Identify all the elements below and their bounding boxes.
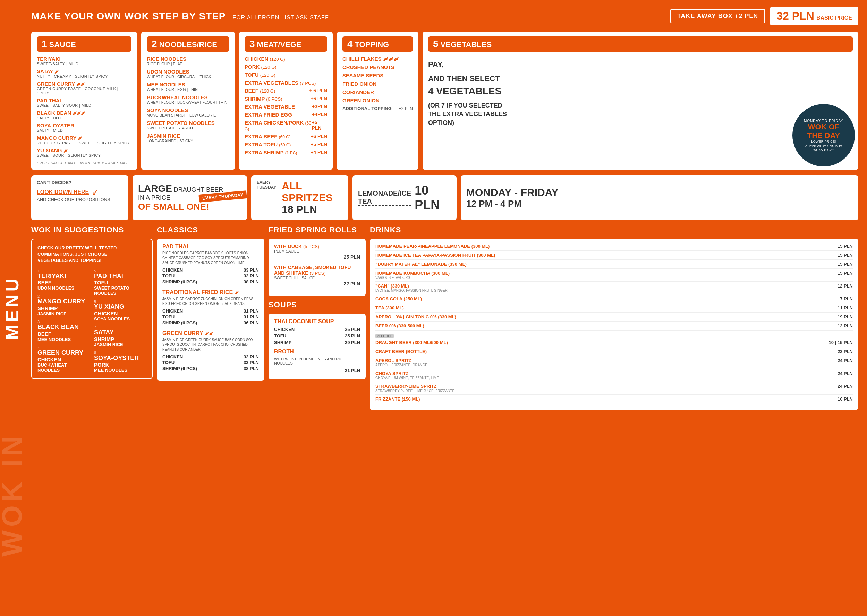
lunch-time: 12 PM - 4 PM [466,198,853,209]
step3-header: 3 MEAT/VEGE [245,36,327,52]
noodle-jasmin: JASMIN RICE LONG-GRAINED | STICKY [147,133,229,143]
broth-title: BROTH [274,349,360,355]
meat-tofu: TOFU (120 G) [245,72,327,78]
thai-coconut-title: THAI COCONUT SOUP [274,318,360,325]
step2-card: 2 NOODLES/RICE RICE NOODLES RICE FLOUR |… [141,31,235,170]
classics-section: CLASSICS PAD THAI RICE NOODLES CARROT BA… [157,225,264,410]
propositions-text: AND CHECK OUR PROPOSITIONS [37,197,123,202]
drinks-card: HOMEMADE PEAR-PINEAPPLE LEMONADE (300 ML… [370,239,858,410]
topping-coriander: CORIANDER [342,89,413,95]
springroll-duck: WITH DUCK (5 PCS) PLUM SAUCE 25 PLN [274,244,360,260]
suggestions-section: WOK IN SUGGESTIONS CHECK OUR PRETTY WELL… [31,225,153,410]
drink-tea: TEA (300 ML) 11 PLN [375,305,853,313]
meat-extra-veg: EXTRA VEGETABLES (7 PCS) [245,80,327,86]
step5-line4: THE EXTRA VEGETABLES [428,110,853,119]
meat-extra-vegetable: EXTRA VEGETABLE +3PLN [245,104,327,110]
suggestions-card: CHECK OUR PRETTY WELL TESTEDCOMBINATIONS… [31,239,153,379]
alcohol-badge: ALCOHOL [375,334,394,338]
promo-row: CAN'T DECIDE? LOOK DOWN HERE ↙ AND CHECK… [31,175,858,220]
classic-padthai-tofu: TOFU 33 PLN [162,273,259,278]
wokin-label: WOK IN [0,432,28,557]
spritzes-price: 18 PLN [282,204,333,215]
soup-shrimp: SHRIMP 29 PLN [274,340,360,345]
header-subtitle: FOR ALLERGEN LIST ASK STAFF [233,14,329,21]
topping-additional: ADDITIONAL TOPPING +2 PLN [342,106,413,111]
meat-chicken: CHICKEN (120 G) [245,56,327,62]
step5-highlight: 4 VEGETABLES [428,84,853,98]
arrow-down-icon: ↙ [91,187,99,197]
soups-section: SOUPS THAI COCONUT SOUP CHICKEN 25 PLN T… [269,300,366,379]
drink-aperol-spritz: APEROL SPRITZ APEROL, FRIZZANTE, ORANGE … [375,358,853,369]
suggestion-3: 3 BLACK BEAN BEEF MEE NOODLES [38,320,90,342]
noodle-mee: MEE NOODLES WHEAT FLOUR | EGG | THIN [147,82,229,91]
noodle-rice: RICE NOODLES RICE FLOUR | FLAT [147,56,229,66]
bottom-row: WOK IN SUGGESTIONS CHECK OUR PRETTY WELL… [31,225,858,410]
classic-curry-shrimp: SHRIMP (6 PCS) 38 PLN [162,366,259,371]
step4-name: TOPPING [355,40,389,49]
lemonade-price: 10 PLN [415,183,451,212]
meat-extra-beef: EXTRA BEEF (60 G) +6 PLN [245,134,327,140]
step3-num: 3 [249,39,255,50]
noodle-buckwheat: BUCKWHEAT NOODLES WHEAT FLOUR | BUCKWHEA… [147,94,229,104]
topping-peanuts: CRUSHED PEANUTS [342,64,413,70]
meat-extra-shrimp: EXTRA SHRIMP (1 PC) +4 PLN [245,149,327,156]
drink-can: "CAN" (330 ML) LYCHEE, MANGO, PASSION FR… [375,283,853,294]
broth-price-row: 21 PLN [274,368,360,373]
step3-name: MEAT/VEGE [257,40,302,49]
sauce-pad-thai: PAD THAI SWEET-SALTY-SOUR | MILD [37,97,132,107]
beer-type: DRAUGHT BEER [173,186,223,193]
sauce-note: EVERY SAUCE CAN BE MORE SPICY – ASK STAF… [37,161,132,165]
classic-fried-rice: TRADITIONAL FRIED RICE 🌶 JASMIN RICE CAR… [162,289,259,325]
header-left: MAKE YOUR OWN WOK STEP BY STEP FOR ALLER… [31,11,329,22]
springroll-cabbage: WITH CABBAGE, SMOKED TOFUAND SHIITAKE (3… [274,265,360,286]
suggestion-7: 7 SATAY SHRIMP JASMIN RICE [94,325,146,347]
classics-card: PAD THAI RICE NOODLES CARROT BAMBOO SHOO… [157,239,264,381]
sauce-mango-curry: MANGO CURRY 🌶 RED CURRY PASTE | SWEET | … [37,135,132,145]
suggestions-grid: 1 TERIYAKI BEEF UDON NOODLES 2 MANGO CUR… [38,269,146,373]
drink-strawberry-spritz: STRAWBERRY-LIME SPRITZ STRAWBERRY PUREE,… [375,383,853,395]
tuesday-label: TUESDAY [257,185,276,190]
noodle-udon: UDON NOODLES WHEAT FLOUR | CIRCURAL | TH… [147,69,229,79]
step1-num: 1 [42,39,47,50]
lemonade-name: LEMONADE/ICE TEA [358,189,411,206]
meat-extra-chicken-pork: EXTRA CHICKEN/PORK (60 G) +5 PLN [245,119,327,132]
header: MAKE YOUR OWN WOK STEP BY STEP FOR ALLER… [31,7,858,25]
drink-frizzante: FRIZZANTE (150 ML) 16 PLN [375,396,853,403]
step1-card: 1 SAUCE TERIYAKI SWEET-SALTY | MILD SATA… [31,31,137,170]
drink-pear-lemonade: HOMEMADE PEAR-PINEAPPLE LEMONADE (300 ML… [375,244,853,251]
cant-decide-title: CAN'T DECIDE? [37,180,123,185]
step5-line1: PAY, [428,59,853,70]
wok-badge-title: WOK OFTHE DAY [807,123,840,140]
step5-header: 5 VEGETABLES [428,36,853,52]
classics-title: CLASSICS [157,225,264,234]
step5-card: 5 VEGETABLES PAY, AND THEN SELECT 4 VEGE… [423,31,858,170]
soups-title: SOUPS [269,300,366,310]
noodle-soya: SOYA NOODLES MUNG BEAN STARCH | LOW CALO… [147,107,229,117]
step2-name: NOODLES/RICE [159,40,217,49]
cant-decide-card: CAN'T DECIDE? LOOK DOWN HERE ↙ AND CHECK… [31,175,128,220]
meat-extra-tofu: EXTRA TOFU (60 G) +5 PLN [245,141,327,148]
step5-name: VEGETABLES [441,40,492,49]
steps-row: 1 SAUCE TERIYAKI SWEET-SALTY | MILD SATA… [31,31,858,170]
classic-padthai-chicken: CHICKEN 33 PLN [162,267,259,273]
topping-green-onion: GREEN ONION [342,97,413,103]
soup-tofu: TOFU 25 PLN [274,333,360,338]
sauce-teriyaki: TERIYAKI SWEET-SALTY | MILD [37,56,132,66]
classic-rice-shrimp: SHRIMP (6 PCS) 36 PLN [162,320,259,325]
drink-aperol-gin: APEROL 0% | GIN TONIC 0% (330 ML) 19 PLN [375,314,853,322]
spritzes-name: SPRITZES [282,192,333,203]
step5-line2: AND THEN SELECT [428,74,853,84]
springrolls-title: FRIED SPRING ROLLS [269,225,366,234]
lunch-promo-card: MONDAY - FRIDAY 12 PM - 4 PM [461,175,858,220]
sauce-soya-oyster: SOYA-OYSTER SALTY | MILD [37,123,132,132]
step4-header: 4 TOPPING [342,36,413,52]
classic-rice-chicken: CHICKEN 31 PLN [162,308,259,314]
broth-desc: WITH WONTON DUMPLINGS AND RICE NOODLES [274,357,360,365]
wok-badge-check: CHECK WHAT'S ON OURWOKS TODAY [805,145,842,152]
menu-label: MENU [2,276,22,340]
step4-num: 4 [347,39,353,50]
sauce-black-bean: BLACK BEAN 🌶🌶🌶 SALTY | HOT [37,110,132,120]
classic-rice-tofu: TOFU 31 PLN [162,314,259,319]
suggestion-1: 1 TERIYAKI BEEF UDON NOODLES [38,269,90,291]
look-down-text: LOOK DOWN HERE [37,189,89,195]
